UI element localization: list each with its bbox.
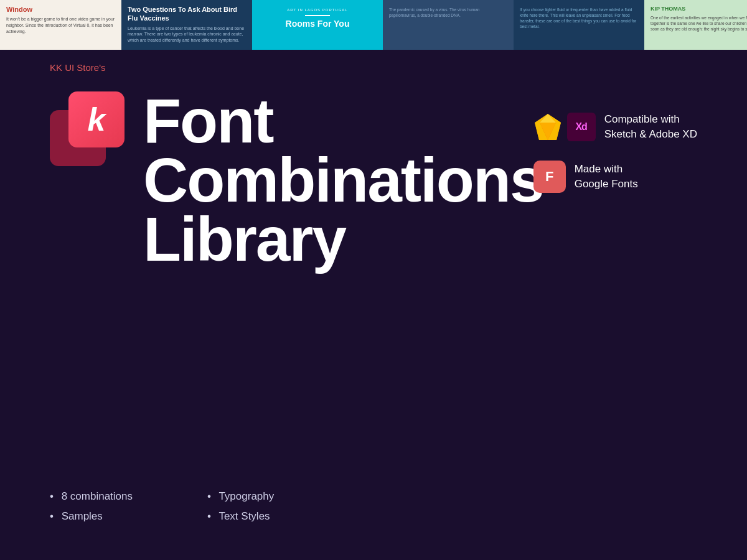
compat-text: Compatible with Sketch & Adobe XD — [604, 112, 697, 142]
compat-icons: Xd — [533, 113, 596, 141]
svg-marker-3 — [535, 123, 540, 140]
features-column-2: • Typography • Text Styles — [207, 490, 274, 523]
feature-text-styles: • Text Styles — [207, 510, 274, 523]
title-line1: Font — [143, 91, 543, 151]
logo-letter: k — [88, 103, 106, 136]
sketch-icon — [533, 113, 562, 141]
card3-divider — [305, 15, 330, 16]
google-fonts-badge: F Made with Google Fonts — [533, 161, 697, 193]
card5-body: If you choose lighter fluid or frequente… — [520, 7, 638, 29]
preview-card-2: Two Questions To Ask About Bird Flu Vacc… — [121, 0, 252, 50]
preview-card-5: If you choose lighter fluid or frequente… — [514, 0, 644, 50]
card2-body: Leukemia is a type of cancer that affect… — [128, 26, 246, 44]
title-line3: Library — [143, 210, 543, 269]
features-list: • 8 combinations • Samples • Typography … — [50, 490, 274, 523]
feature-combinations: • 8 combinations — [50, 490, 133, 503]
feature-typography: • Typography — [207, 490, 274, 503]
logo-container: k — [50, 91, 125, 166]
title-line2: Combinations — [143, 151, 543, 210]
card2-title: Two Questions To Ask About Bird Flu Vacc… — [128, 5, 246, 23]
google-fonts-icon: F — [533, 161, 566, 193]
preview-card-4: The pandemic caused by a virus. The viru… — [383, 0, 514, 50]
google-fonts-text: Made with Google Fonts — [575, 162, 638, 192]
preview-strip: Window It won't be a bigger game to find… — [0, 0, 747, 50]
card1-body: It won't be a bigger game to find one vi… — [6, 16, 115, 34]
card6-body: One of the earliest activities we engage… — [651, 15, 747, 32]
preview-card-3: ART IN LAGOS PORTUGAL Rooms For You — [252, 0, 383, 50]
preview-card-6: KIP THOMAS One of the earliest activitie… — [644, 0, 747, 50]
card3-title: Rooms For You — [258, 19, 377, 29]
card4-body: The pandemic caused by a virus. The viru… — [389, 7, 507, 18]
svg-marker-4 — [556, 123, 561, 140]
logo-front: k — [68, 91, 125, 147]
features-column-1: • 8 combinations • Samples — [50, 490, 133, 523]
feature-samples: • Samples — [50, 510, 133, 523]
badges-area: Xd Compatible with Sketch & Adobe XD F M… — [533, 112, 697, 193]
compat-badge: Xd Compatible with Sketch & Adobe XD — [533, 112, 697, 142]
brand-label: KK UI Store's — [50, 62, 697, 73]
preview-card-1: Window It won't be a bigger game to find… — [0, 0, 121, 50]
xd-icon: Xd — [567, 113, 596, 141]
card1-title: Window — [6, 5, 115, 14]
big-title: Font Combinations Library — [143, 91, 543, 269]
card3-subtitle: ART IN LAGOS PORTUGAL — [258, 7, 377, 12]
card6-title: KIP THOMAS — [651, 5, 747, 13]
